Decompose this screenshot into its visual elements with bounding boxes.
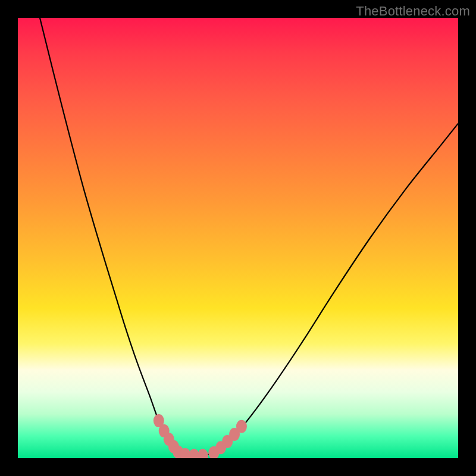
watermark-text: TheBottleneck.com: [356, 4, 470, 19]
chart-plot-area: [18, 18, 458, 458]
chart-frame: TheBottleneck.com: [0, 0, 476, 476]
